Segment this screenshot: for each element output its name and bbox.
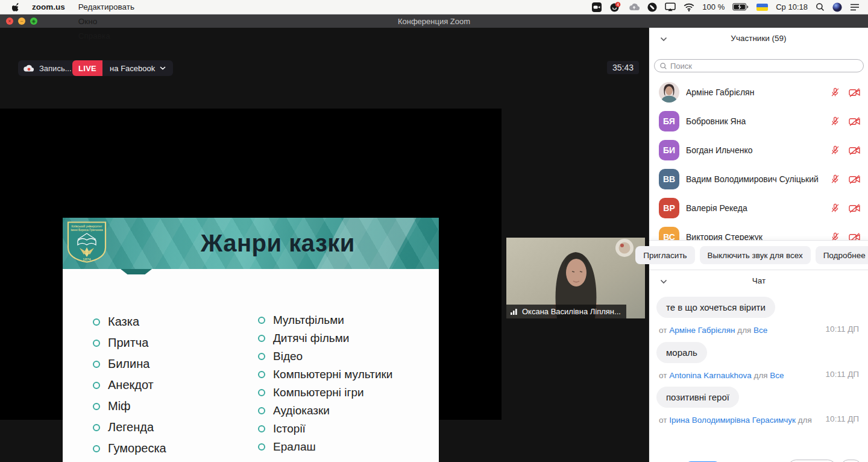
chat-sender-name[interactable]: Ірина Володимирівна Герасимчук xyxy=(669,416,796,425)
participant-status-icons xyxy=(831,203,860,213)
participant-name: Богдан Ильченко xyxy=(686,145,824,155)
chat-message-meta: от Арміне Габрієлян для Все10:11 ДП xyxy=(659,324,859,337)
mic-muted-icon[interactable] xyxy=(831,232,840,240)
menu-app-name[interactable]: zoom.us xyxy=(25,0,72,14)
recording-indicator[interactable]: Запись... xyxy=(18,60,79,76)
search-input[interactable] xyxy=(670,62,858,71)
chat-sender-name[interactable]: Арміне Габрієлян xyxy=(669,326,735,335)
chat-message-meta: от Ірина Володимирівна Герасимчук для Вс… xyxy=(659,414,859,426)
meeting-stage: Запись... LIVE на Facebook 35:43 Жанри к… xyxy=(0,28,649,462)
menubar-clock[interactable]: Ср 10:18 xyxy=(776,2,808,11)
participant-row[interactable]: ВРВалерія Рекеда xyxy=(649,194,868,223)
cloud-upload-icon[interactable] xyxy=(629,3,640,11)
bullet-text: Гумореска xyxy=(108,441,166,455)
meeting-timer: 35:43 xyxy=(607,61,639,74)
mic-muted-icon[interactable] xyxy=(831,203,840,213)
more-participants-button[interactable]: Подробнее xyxy=(816,246,868,264)
live-stream-control[interactable]: LIVE на Facebook xyxy=(72,60,173,76)
camera-off-icon[interactable] xyxy=(849,146,860,155)
notification-badge-icon[interactable]: 4 xyxy=(609,2,621,12)
bullet-circle-icon xyxy=(258,317,265,324)
chat-compose-area: Кому: Все Файл ... xyxy=(649,454,868,462)
invite-button[interactable]: Пригласить xyxy=(635,246,694,264)
participants-title: Участники (59) xyxy=(731,34,786,43)
ukraine-flag-icon[interactable] xyxy=(756,4,768,11)
participant-status-icons xyxy=(831,145,860,155)
bullet-text: Мультфільми xyxy=(273,314,344,327)
collapse-chat-icon[interactable] xyxy=(660,277,667,286)
slide-bullet-item: Казка xyxy=(93,311,166,332)
participant-row[interactable]: ВВВадим Володимирович Суліцький xyxy=(649,165,868,194)
bullet-circle-icon xyxy=(258,389,265,396)
participant-row[interactable]: БЯБобровник Яна xyxy=(649,107,868,136)
sidebar: Участники (59) Арміне ГабрієлянБЯБобровн… xyxy=(649,28,868,462)
slide-bullet-list-right: МультфільмиДитячі фільмиВідеоКомпьютерні… xyxy=(258,311,392,456)
bullet-circle-icon xyxy=(93,403,100,410)
bullet-circle-icon xyxy=(258,353,265,360)
presentation-slide: Жанри казки Київський університет імені … xyxy=(63,218,439,462)
mute-all-button[interactable]: Выключить звук для всех xyxy=(700,246,811,264)
bullet-circle-icon xyxy=(93,382,100,389)
university-logo: Київський університет імені Бориса Грінч… xyxy=(66,221,107,267)
participant-row[interactable]: Арміне Габрієлян xyxy=(649,78,868,107)
participant-status-icons xyxy=(831,174,860,184)
chat-sender-name[interactable]: Antonina Karnaukhova xyxy=(669,371,752,380)
camera-off-icon[interactable] xyxy=(849,233,860,241)
mic-muted-icon[interactable] xyxy=(831,145,840,155)
camera-off-icon[interactable] xyxy=(849,117,860,126)
zoom-camera-menubar-icon[interactable] xyxy=(592,2,602,12)
wifi-icon[interactable] xyxy=(684,3,694,11)
chat-title: Чат xyxy=(752,276,766,285)
assistant-circle-icon[interactable] xyxy=(832,2,842,12)
display-mirroring-icon[interactable] xyxy=(665,2,676,11)
viber-phone-icon[interactable] xyxy=(647,2,657,12)
bullet-text: Легенда xyxy=(108,420,154,434)
slide-bullet-item: Притча xyxy=(93,332,166,353)
camera-off-icon[interactable] xyxy=(849,204,860,213)
bullet-text: Анекдот xyxy=(108,378,154,392)
participant-search[interactable] xyxy=(654,59,864,72)
slide-bullet-item: Дитячі фільми xyxy=(258,329,392,347)
bullet-circle-icon xyxy=(258,371,265,378)
participant-video-thumbnail[interactable]: Оксана Василівна Ліплян... xyxy=(506,238,645,318)
chat-recipient-name[interactable]: Все xyxy=(753,326,767,335)
more-options-button[interactable]: ... xyxy=(841,460,861,462)
participant-avatar: ВС xyxy=(659,227,679,240)
menu-item-2[interactable]: Редактировать xyxy=(72,0,141,14)
chat-recipient-name[interactable]: Все xyxy=(770,371,784,380)
menu-item-4[interactable]: Справка xyxy=(72,29,141,43)
slide-bullet-item: Билина xyxy=(93,353,166,375)
slide-bullet-item: Мультфільми xyxy=(258,311,392,329)
battery-charging-icon[interactable] xyxy=(732,3,749,11)
macos-menu-bar: zoom.us КонференцияПосмотретьРедактирова… xyxy=(0,0,868,14)
spotlight-search-icon[interactable] xyxy=(816,2,825,11)
mic-muted-icon[interactable] xyxy=(831,87,840,97)
slide-bullet-item: Легенда xyxy=(93,417,166,438)
participant-avatar: БИ xyxy=(659,140,679,160)
svg-text:1874: 1874 xyxy=(83,258,91,261)
bullet-circle-icon xyxy=(258,335,265,342)
chat-message-time: 10:11 ДП xyxy=(820,324,859,334)
camera-off-icon[interactable] xyxy=(849,175,860,184)
slide-bullet-item: Гумореска xyxy=(93,438,166,459)
apple-menu[interactable] xyxy=(8,2,25,12)
screen-share-area: Жанри казки Київський університет імені … xyxy=(0,109,502,420)
bullet-text: Дитячі фільми xyxy=(273,332,349,345)
live-badge: LIVE xyxy=(72,60,102,76)
participant-avatar: ВВ xyxy=(659,169,679,189)
collapse-participants-icon[interactable] xyxy=(660,34,667,43)
participant-photo-avatar xyxy=(659,82,679,103)
mic-muted-icon[interactable] xyxy=(831,116,840,126)
mic-muted-icon[interactable] xyxy=(831,174,840,184)
menu-item-3[interactable]: Окно xyxy=(72,14,141,29)
participant-row[interactable]: ВСВиктория Стережук xyxy=(649,223,868,240)
bullet-text: Ералаш xyxy=(273,440,316,454)
chat-message-bubble: те в що хочеться вірити xyxy=(656,297,775,318)
live-target-label: на Facebook xyxy=(110,64,155,73)
camera-off-icon[interactable] xyxy=(849,88,860,97)
file-button[interactable]: Файл xyxy=(788,460,836,462)
participants-list: Арміне ГабрієлянБЯБобровник ЯнаБИБогдан … xyxy=(649,78,868,240)
chat-message-time: 10:11 ДП xyxy=(820,414,859,423)
notification-center-icon[interactable] xyxy=(850,4,860,11)
participant-row[interactable]: БИБогдан Ильченко xyxy=(649,136,868,165)
